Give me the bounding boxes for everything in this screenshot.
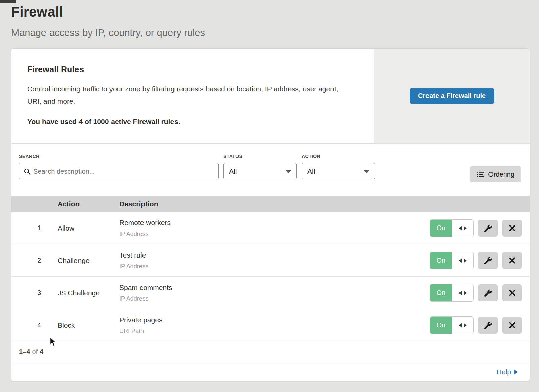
intro-section: Firewall Rules Control incoming traffic …	[11, 49, 530, 144]
rule-enabled-toggle[interactable]: On	[430, 284, 473, 301]
pagination-range: 1–4	[19, 348, 30, 356]
page-header: Firewall Manage access by IP, country, o…	[0, 0, 539, 38]
rule-description-cell: Remote workers IP Address	[119, 219, 430, 238]
rule-controls: On	[430, 284, 530, 301]
arrow-left-icon	[459, 291, 462, 295]
rule-description-cell: Spam comments IP Address	[119, 283, 430, 302]
create-firewall-rule-button[interactable]: Create a Firewall rule	[410, 88, 494, 104]
pagination-of-label: of	[30, 348, 40, 356]
edit-rule-button[interactable]	[478, 220, 498, 237]
arrow-left-icon	[459, 226, 462, 231]
wrench-icon	[484, 289, 492, 297]
wrench-icon	[484, 322, 492, 329]
filters-bar: SEARCH STATUS All ACTION All	[11, 144, 530, 196]
arrow-right-icon	[464, 323, 467, 328]
rule-description-cell: Test rule IP Address	[119, 251, 430, 270]
page-title: Firewall	[11, 4, 539, 20]
toggle-arrows-segment[interactable]	[452, 220, 474, 237]
card-footer: Help	[11, 362, 530, 381]
status-label: STATUS	[223, 154, 297, 159]
rule-description-cell: Private pages URI Path	[119, 316, 430, 335]
rule-description: Remote workers	[119, 219, 430, 227]
rule-description: Spam comments	[119, 283, 430, 292]
rule-action: Challenge	[58, 257, 119, 265]
arrow-right-icon	[464, 258, 467, 263]
rule-action: JS Challenge	[58, 289, 119, 297]
action-select[interactable]: All	[302, 163, 375, 179]
page-subtitle: Manage access by IP, country, or query r…	[11, 27, 539, 38]
help-link-label: Help	[497, 368, 511, 376]
rule-controls: On	[430, 252, 530, 269]
rule-controls: On	[430, 220, 530, 237]
wrench-icon	[484, 257, 492, 264]
rule-match-type: URI Path	[119, 328, 430, 335]
table-row: 3 JS Challenge Spam comments IP Address …	[11, 277, 530, 309]
toggle-on-segment[interactable]: On	[430, 220, 452, 237]
status-field-group: STATUS All	[223, 154, 297, 179]
ordering-button-label: Ordering	[488, 171, 514, 178]
rule-priority: 3	[11, 289, 58, 297]
chevron-down-icon	[364, 170, 369, 173]
close-icon	[509, 322, 516, 329]
ordering-button[interactable]: Ordering	[470, 166, 521, 182]
search-input[interactable]	[33, 163, 218, 179]
ordered-list-icon	[477, 171, 485, 178]
search-icon	[24, 168, 31, 175]
search-box	[19, 163, 219, 179]
edit-rule-button[interactable]	[478, 284, 498, 301]
description-column-header: Description	[119, 200, 430, 208]
create-rule-panel: Create a Firewall rule	[374, 49, 530, 143]
toggle-arrows-segment[interactable]	[452, 284, 474, 301]
table-row: 1 Allow Remote workers IP Address On	[11, 212, 530, 244]
rule-enabled-toggle[interactable]: On	[430, 252, 473, 269]
arrow-left-icon	[459, 323, 462, 328]
rule-priority: 2	[11, 257, 58, 264]
rule-enabled-toggle[interactable]: On	[430, 220, 473, 237]
arrow-right-icon	[464, 291, 467, 295]
help-link[interactable]: Help	[497, 368, 518, 376]
close-icon	[509, 224, 516, 232]
delete-rule-button[interactable]	[502, 252, 522, 269]
table-row: 2 Challenge Test rule IP Address On	[11, 244, 530, 277]
table-header: Action Description	[11, 196, 530, 212]
rule-description: Private pages	[119, 316, 430, 324]
intro-text-panel: Firewall Rules Control incoming traffic …	[11, 49, 374, 143]
action-selected-value: All	[307, 167, 315, 175]
delete-rule-button[interactable]	[502, 317, 522, 334]
usage-note: You have used 4 of 1000 active Firewall …	[27, 118, 361, 126]
rule-priority: 4	[11, 321, 58, 329]
rule-action: Block	[58, 321, 119, 329]
table-row: 4 Block Private pages URI Path On	[11, 309, 530, 341]
close-icon	[509, 257, 516, 264]
status-select[interactable]: All	[223, 163, 297, 179]
chevron-down-icon	[286, 170, 291, 173]
toggle-on-segment[interactable]: On	[430, 252, 452, 269]
arrow-right-icon	[464, 226, 467, 231]
edit-rule-button[interactable]	[478, 252, 498, 269]
action-label: ACTION	[302, 154, 375, 159]
toggle-arrows-segment[interactable]	[452, 317, 474, 334]
window-chrome-fragment	[0, 0, 16, 3]
rule-controls: On	[430, 317, 530, 334]
toggle-arrows-segment[interactable]	[452, 252, 474, 269]
rule-match-type: IP Address	[119, 231, 430, 238]
toggle-on-segment[interactable]: On	[430, 317, 452, 334]
section-description: Control incoming traffic to your zone by…	[27, 83, 347, 108]
edit-rule-button[interactable]	[478, 317, 498, 334]
delete-rule-button[interactable]	[502, 220, 522, 237]
pagination-bar: 1–4 of 4	[11, 341, 530, 362]
action-column-header: Action	[58, 200, 119, 208]
action-field-group: ACTION All	[302, 154, 375, 179]
search-label: SEARCH	[19, 154, 219, 159]
toggle-on-segment[interactable]: On	[430, 284, 452, 301]
search-field-group: SEARCH	[19, 154, 219, 179]
delete-rule-button[interactable]	[502, 284, 522, 301]
arrow-right-icon	[514, 369, 518, 375]
firewall-rules-card: Firewall Rules Control incoming traffic …	[11, 48, 530, 381]
arrow-left-icon	[459, 258, 462, 263]
rule-priority: 1	[11, 224, 58, 232]
rule-enabled-toggle[interactable]: On	[430, 317, 473, 334]
rule-action: Allow	[58, 224, 119, 232]
close-icon	[509, 289, 516, 296]
rule-match-type: IP Address	[119, 295, 430, 302]
